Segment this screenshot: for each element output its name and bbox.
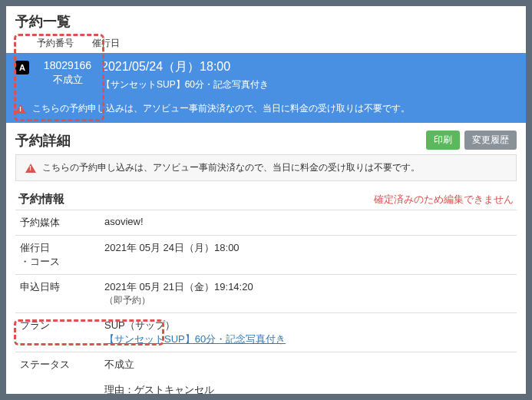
warning-icon: [15, 104, 26, 114]
booking-date-col: 2021/05/24（月）18:00 【サンセットSUP】60分・記念写真付き: [101, 59, 517, 91]
plan-label: プラン: [15, 313, 100, 352]
booking-status: 不成立: [34, 73, 101, 87]
booking-datetime: 2021/05/24（月）18:00: [101, 59, 517, 75]
booking-course: 【サンセットSUP】60分・記念写真付き: [101, 78, 517, 91]
print-button[interactable]: 印刷: [426, 131, 460, 150]
list-title: 予約一覧: [6, 6, 526, 34]
table-row: プラン SUP（サップ） 【サンセットSUP】60分・記念写真付き: [15, 313, 517, 352]
history-button[interactable]: 変更履歴: [464, 131, 517, 150]
table-row: 催行日 ・コース 2021年 05月 24日（月）18:00: [15, 236, 517, 275]
detail-alert: こちらの予約申し込みは、アソビュー事前決済なので、当日に料金の受け取りは不要です…: [15, 154, 517, 181]
media-label: 予約媒体: [15, 210, 100, 236]
table-row: ステータス 不成立 理由：ゲストキャンセル: [15, 352, 517, 395]
header-number: 予約番号: [15, 37, 92, 50]
info-table: 予約媒体 asoview! 催行日 ・コース 2021年 05月 24日（月）1…: [15, 210, 517, 394]
warning-text: こちらの予約申し込みは、アソビュー事前決済なので、当日に料金の受け取りは不要です…: [32, 102, 410, 115]
table-row: 申込日時 2021年 05月 21日（金）19:14:20 （即予約）: [15, 275, 517, 313]
list-header: 予約番号 催行日: [6, 34, 526, 53]
booking-row[interactable]: A 18029166 不成立 2021/05/24（月）18:00 【サンセット…: [6, 53, 526, 98]
app-window: 予約一覧 予約番号 催行日 A 18029166 不成立 2021/05/24（…: [6, 6, 526, 394]
table-row: 予約媒体 asoview!: [15, 210, 517, 236]
list-warning: こちらの予約申し込みは、アソビュー事前決済なので、当日に料金の受け取りは不要です…: [6, 98, 526, 123]
alert-text: こちらの予約申し込みは、アソビュー事前決済なので、当日に料金の受け取りは不要です…: [42, 161, 420, 174]
applied-label: 申込日時: [15, 275, 100, 313]
plan-link[interactable]: 【サンセットSUP】60分・記念写真付き: [104, 333, 286, 345]
status-label: ステータス: [15, 352, 100, 395]
warning-icon: [25, 164, 36, 173]
media-value: asoview!: [100, 210, 517, 236]
provider-icon: A: [15, 59, 34, 74]
booking-number: 18029166: [34, 59, 101, 71]
info-header: 予約情報 確定済みのため編集できません: [6, 189, 526, 210]
info-title: 予約情報: [18, 192, 374, 207]
applied-value: 2021年 05月 21日（金）19:14:20 （即予約）: [100, 275, 517, 313]
header-date: 催行日: [92, 37, 517, 50]
status-value: 不成立 理由：ゲストキャンセル: [100, 352, 517, 395]
plan-value: SUP（サップ） 【サンセットSUP】60分・記念写真付き: [100, 313, 517, 352]
booking-number-col: 18029166 不成立: [34, 59, 101, 87]
readonly-message: 確定済みのため編集できません: [374, 193, 514, 207]
detail-header: 予約詳細 印刷 変更履歴: [6, 123, 526, 154]
detail-title: 予約詳細: [15, 131, 421, 150]
date-label: 催行日 ・コース: [15, 236, 100, 275]
date-value: 2021年 05月 24日（月）18:00: [100, 236, 517, 275]
